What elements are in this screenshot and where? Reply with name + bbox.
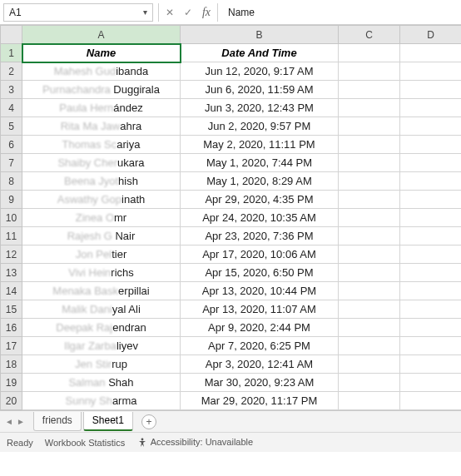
cell-C20[interactable] xyxy=(339,392,400,410)
fx-icon[interactable]: fx xyxy=(201,6,212,19)
row-header-5[interactable]: 5 xyxy=(1,117,22,136)
cell-D18[interactable] xyxy=(400,355,462,374)
cell-C15[interactable] xyxy=(339,300,400,319)
cell-D7[interactable] xyxy=(400,154,462,172)
cell-A11[interactable]: Rajesh G Nair xyxy=(22,227,181,245)
cell-D16[interactable] xyxy=(400,319,462,337)
cell-B4[interactable]: Jun 3, 2020, 12:43 PM xyxy=(181,99,339,117)
cell-D8[interactable] xyxy=(400,172,462,191)
cell-C4[interactable] xyxy=(339,99,400,117)
cell-C10[interactable] xyxy=(339,209,400,227)
row-header-2[interactable]: 2 xyxy=(1,62,22,81)
row-header-11[interactable]: 11 xyxy=(1,227,22,245)
cell-A17[interactable]: Ilgar Zarbaliyev xyxy=(22,337,181,355)
row-header-17[interactable]: 17 xyxy=(1,337,22,355)
cell-A14[interactable]: Menaka Baskerpillai xyxy=(22,282,181,300)
sheet-tab-friends[interactable]: friends xyxy=(33,412,82,431)
accessibility-status[interactable]: Accessibility: Unavailable xyxy=(136,437,253,449)
cell-C16[interactable] xyxy=(339,319,400,337)
cell-A16[interactable]: Deepak Rajendran xyxy=(22,319,181,337)
cell-D1[interactable] xyxy=(400,44,462,62)
add-sheet-button[interactable]: + xyxy=(141,414,156,429)
cell-B15[interactable]: Apr 13, 2020, 11:07 AM xyxy=(181,300,339,319)
name-box[interactable]: A1 ▾ xyxy=(3,3,153,22)
cell-B5[interactable]: Jun 2, 2020, 9:57 PM xyxy=(181,117,339,136)
cell-B2[interactable]: Jun 12, 2020, 9:17 AM xyxy=(181,62,339,81)
cell-C17[interactable] xyxy=(339,337,400,355)
row-header-10[interactable]: 10 xyxy=(1,209,22,227)
cell-C3[interactable] xyxy=(339,81,400,99)
cell-B14[interactable]: Apr 13, 2020, 10:44 PM xyxy=(181,282,339,300)
row-header-12[interactable]: 12 xyxy=(1,245,22,264)
cell-A5[interactable]: Rita Ma Jawahra xyxy=(22,117,181,136)
row-header-6[interactable]: 6 xyxy=(1,136,22,154)
row-header-15[interactable]: 15 xyxy=(1,300,22,319)
cell-B19[interactable]: Mar 30, 2020, 9:23 AM xyxy=(181,374,339,392)
col-header-B[interactable]: B xyxy=(181,26,339,44)
cell-A6[interactable]: Thomas Scariya xyxy=(22,136,181,154)
cell-C12[interactable] xyxy=(339,245,400,264)
cell-C5[interactable] xyxy=(339,117,400,136)
formula-input[interactable]: Name xyxy=(223,3,458,22)
cell-D19[interactable] xyxy=(400,374,462,392)
cell-D15[interactable] xyxy=(400,300,462,319)
enter-icon[interactable]: ✓ xyxy=(182,7,194,18)
cell-A1[interactable]: Name xyxy=(22,44,181,62)
select-all-corner[interactable] xyxy=(1,26,22,44)
cell-B20[interactable]: Mar 29, 2020, 11:17 PM xyxy=(181,392,339,410)
cell-C6[interactable] xyxy=(339,136,400,154)
cell-D20[interactable] xyxy=(400,392,462,410)
cell-C18[interactable] xyxy=(339,355,400,374)
cell-D11[interactable] xyxy=(400,227,462,245)
col-header-A[interactable]: A xyxy=(22,26,181,44)
row-header-18[interactable]: 18 xyxy=(1,355,22,374)
cell-D17[interactable] xyxy=(400,337,462,355)
cell-B8[interactable]: May 1, 2020, 8:29 AM xyxy=(181,172,339,191)
cell-C13[interactable] xyxy=(339,264,400,282)
cell-A19[interactable]: Salman Shah xyxy=(22,374,181,392)
cell-D12[interactable] xyxy=(400,245,462,264)
cell-D4[interactable] xyxy=(400,99,462,117)
cell-A2[interactable]: Mahesh Gudibanda xyxy=(22,62,181,81)
sheet-tab-sheet1[interactable]: Sheet1 xyxy=(83,412,133,431)
cell-D10[interactable] xyxy=(400,209,462,227)
cell-A18[interactable]: Jen Stirrup xyxy=(22,355,181,374)
cell-C11[interactable] xyxy=(339,227,400,245)
cell-D14[interactable] xyxy=(400,282,462,300)
tab-prev-icon[interactable]: ◄ xyxy=(5,417,13,426)
cell-A12[interactable]: Jon Peltier xyxy=(22,245,181,264)
cell-B11[interactable]: Apr 23, 2020, 7:36 PM xyxy=(181,227,339,245)
cell-A20[interactable]: Sunny Sharma xyxy=(22,392,181,410)
workbook-statistics-button[interactable]: Workbook Statistics xyxy=(45,438,125,448)
row-header-9[interactable]: 9 xyxy=(1,191,22,209)
cell-B10[interactable]: Apr 24, 2020, 10:35 AM xyxy=(181,209,339,227)
row-header-16[interactable]: 16 xyxy=(1,319,22,337)
cell-B6[interactable]: May 2, 2020, 11:11 PM xyxy=(181,136,339,154)
cell-B12[interactable]: Apr 17, 2020, 10:06 AM xyxy=(181,245,339,264)
cell-D5[interactable] xyxy=(400,117,462,136)
cell-C7[interactable] xyxy=(339,154,400,172)
row-header-13[interactable]: 13 xyxy=(1,264,22,282)
cell-A13[interactable]: Vivi Heinrichs xyxy=(22,264,181,282)
cell-D2[interactable] xyxy=(400,62,462,81)
cell-A15[interactable]: Malik Daniyal Ali xyxy=(22,300,181,319)
cell-B13[interactable]: Apr 15, 2020, 6:50 PM xyxy=(181,264,339,282)
cell-C19[interactable] xyxy=(339,374,400,392)
cell-B1[interactable]: Date And Time xyxy=(181,44,339,62)
cell-A3[interactable]: Purnachandra Duggirala xyxy=(22,81,181,99)
cell-C9[interactable] xyxy=(339,191,400,209)
cell-B16[interactable]: Apr 9, 2020, 2:44 PM xyxy=(181,319,339,337)
row-header-7[interactable]: 7 xyxy=(1,154,22,172)
cell-C8[interactable] xyxy=(339,172,400,191)
row-header-19[interactable]: 19 xyxy=(1,374,22,392)
row-header-1[interactable]: 1 xyxy=(1,44,22,62)
col-header-D[interactable]: D xyxy=(400,26,462,44)
cell-D3[interactable] xyxy=(400,81,462,99)
cell-B9[interactable]: Apr 29, 2020, 4:35 PM xyxy=(181,191,339,209)
cancel-icon[interactable]: ✕ xyxy=(164,7,176,18)
cell-A7[interactable]: Shaiby Cherukara xyxy=(22,154,181,172)
row-header-20[interactable]: 20 xyxy=(1,392,22,410)
chevron-down-icon[interactable]: ▾ xyxy=(143,7,147,17)
col-header-C[interactable]: C xyxy=(339,26,400,44)
cell-C1[interactable] xyxy=(339,44,400,62)
